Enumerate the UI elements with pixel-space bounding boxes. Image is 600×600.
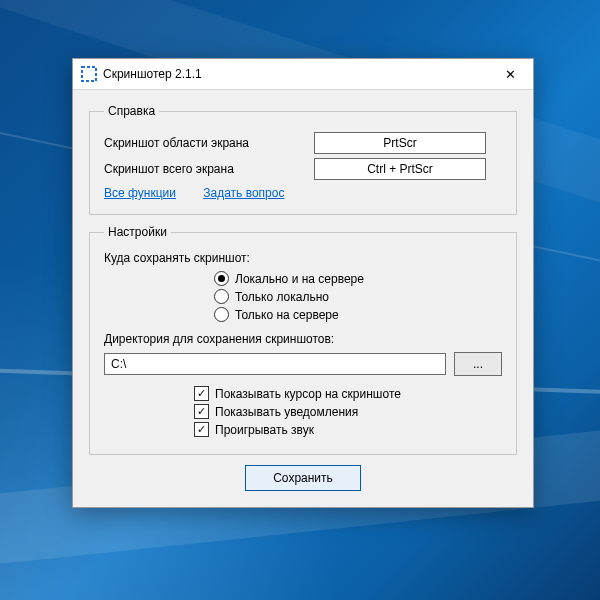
save-button[interactable]: Сохранить <box>245 465 361 491</box>
client-area: Справка Скриншот области экрана PrtScr С… <box>73 90 533 507</box>
settings-group: Настройки Куда сохранять скриншот: Локал… <box>89 225 517 455</box>
hotkey-row-region: Скриншот области экрана PrtScr <box>104 132 502 154</box>
close-icon: ✕ <box>505 67 516 82</box>
hotkey-row-full: Скриншот всего экрана Ctrl + PrtScr <box>104 158 502 180</box>
radio-local-and-server[interactable]: Локально и на сервере <box>214 271 502 286</box>
window-title: Скриншотер 2.1.1 <box>103 67 202 81</box>
close-button[interactable]: ✕ <box>488 59 533 89</box>
radio-label: Только на сервере <box>235 308 339 322</box>
check-show-notifications[interactable]: Показывать уведомления <box>194 404 502 419</box>
checkbox-icon <box>194 404 209 419</box>
link-all-functions[interactable]: Все функции <box>104 186 176 200</box>
checkbox-icon <box>194 386 209 401</box>
radio-icon <box>214 289 229 304</box>
checkbox-icon <box>194 422 209 437</box>
help-links: Все функции Задать вопрос <box>104 186 502 200</box>
dir-input[interactable] <box>104 353 446 375</box>
save-where-radios: Локально и на сервере Только локально То… <box>214 271 502 322</box>
checkbox-group: Показывать курсор на скриншоте Показыват… <box>194 386 502 437</box>
dir-label: Директория для сохранения скриншотов: <box>104 332 502 346</box>
check-play-sound[interactable]: Проигрывать звук <box>194 422 502 437</box>
svg-rect-0 <box>82 67 96 81</box>
hotkey-input-full[interactable]: Ctrl + PrtScr <box>314 158 486 180</box>
settings-legend: Настройки <box>104 225 171 239</box>
save-where-label: Куда сохранять скриншот: <box>104 251 502 265</box>
desktop-background: Скриншотер 2.1.1 ✕ Справка Скриншот обла… <box>0 0 600 600</box>
check-show-cursor[interactable]: Показывать курсор на скриншоте <box>194 386 502 401</box>
titlebar[interactable]: Скриншотер 2.1.1 ✕ <box>73 59 533 90</box>
hotkey-label-full: Скриншот всего экрана <box>104 162 314 176</box>
radio-icon <box>214 307 229 322</box>
checkbox-label: Показывать уведомления <box>215 405 358 419</box>
app-window: Скриншотер 2.1.1 ✕ Справка Скриншот обла… <box>72 58 534 508</box>
checkbox-label: Проигрывать звук <box>215 423 314 437</box>
radio-label: Только локально <box>235 290 329 304</box>
radio-local-only[interactable]: Только локально <box>214 289 502 304</box>
link-ask-question[interactable]: Задать вопрос <box>203 186 284 200</box>
radio-icon <box>214 271 229 286</box>
browse-button[interactable]: ... <box>454 352 502 376</box>
footer: Сохранить <box>89 465 517 491</box>
checkbox-label: Показывать курсор на скриншоте <box>215 387 401 401</box>
help-group: Справка Скриншот области экрана PrtScr С… <box>89 104 517 215</box>
app-icon <box>81 66 97 82</box>
help-legend: Справка <box>104 104 159 118</box>
radio-server-only[interactable]: Только на сервере <box>214 307 502 322</box>
hotkey-input-region[interactable]: PrtScr <box>314 132 486 154</box>
dir-row: ... <box>104 352 502 376</box>
hotkey-label-region: Скриншот области экрана <box>104 136 314 150</box>
radio-label: Локально и на сервере <box>235 272 364 286</box>
